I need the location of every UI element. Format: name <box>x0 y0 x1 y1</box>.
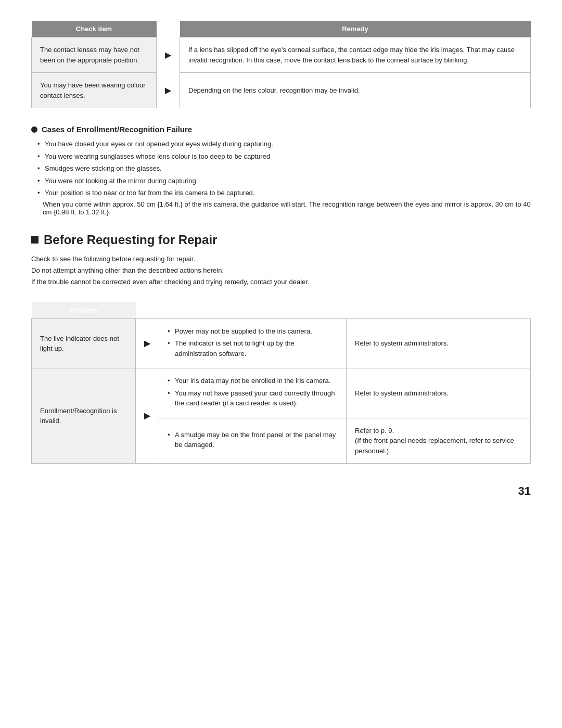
before-desc-line: Do not attempt anything other than the d… <box>31 265 531 276</box>
before-title: Before Requesting for Repair <box>31 233 531 247</box>
top-table-row: The contact lenses may have not been on … <box>32 37 531 73</box>
top-check-cell: The contact lenses may have not been on … <box>32 37 157 73</box>
top-remedy-cell: Depending on the lens colour, recognitio… <box>180 73 531 108</box>
problem-cell: Enrollment/Recognition is invalid. <box>32 368 136 464</box>
cases-list-item: Your position is too near or too far fro… <box>35 188 531 198</box>
cases-sub-text: When you come within approx. 50 cm {1.64… <box>31 200 531 216</box>
check-cell: Power may not be supplied to the iris ca… <box>159 318 347 368</box>
check-cell: A smudge may be on the front panel or th… <box>159 418 347 464</box>
top-arrow-header <box>157 21 180 37</box>
check-item: Your iris data may not be enrolled in th… <box>168 376 338 386</box>
bottom-table-row: Enrollment/Recognition is invalid. ▶ You… <box>32 368 531 418</box>
check-cell: Your iris data may not be enrolled in th… <box>159 368 347 418</box>
problem-cell: The live indicator does not light up. <box>32 318 136 368</box>
top-remedy-cell: If a lens has slipped off the eye's corn… <box>180 37 531 73</box>
cases-section: Cases of Enrollment/Recognition Failure … <box>31 125 531 216</box>
bottom-col3-header: Remedy <box>347 302 531 319</box>
bottom-problem-table: Problem Check item Remedy The live indic… <box>31 302 531 464</box>
bottom-col2-header: Check item <box>159 302 347 319</box>
top-table-row: You may have been wearing colour contact… <box>32 73 531 108</box>
before-desc-line: Check to see the following before reques… <box>31 253 531 265</box>
bottom-arrow-header <box>136 302 159 319</box>
arrow-cell: ▶ <box>136 318 159 368</box>
remedy-cell: Refer to system administrators. <box>347 318 531 368</box>
check-item: The indicator is set not to light up by … <box>168 338 338 359</box>
top-check-cell: You may have been wearing colour contact… <box>32 73 157 108</box>
remedy-cell: Refer to system administrators. <box>347 368 531 418</box>
cases-list-item: You were wearing sunglasses whose lens c… <box>35 151 531 162</box>
check-item: You may not have passed your card correc… <box>168 388 338 408</box>
before-section: Before Requesting for Repair Check to se… <box>31 233 531 288</box>
cases-list: You have closed your eyes or not opened … <box>31 139 531 198</box>
bullet-circle-icon <box>31 126 37 133</box>
top-col1-header: Check item <box>32 21 157 37</box>
cases-title: Cases of Enrollment/Recognition Failure <box>31 125 531 134</box>
square-icon <box>31 236 39 244</box>
remedy-cell: Refer to p. 9.(If the front panel needs … <box>347 418 531 464</box>
cases-list-item: You were not looking at the mirror durin… <box>35 176 531 186</box>
top-check-item-table: Check item Remedy The contact lenses may… <box>31 21 531 108</box>
top-arrow-cell: ▶ <box>157 73 180 108</box>
bottom-col1-header: Problem <box>32 302 136 319</box>
check-item: A smudge may be on the front panel or th… <box>168 430 338 450</box>
before-desc: Check to see the following before reques… <box>31 253 531 288</box>
bottom-table-row: The live indicator does not light up. ▶ … <box>32 318 531 368</box>
arrow-cell: ▶ <box>136 368 159 464</box>
cases-title-text: Cases of Enrollment/Recognition Failure <box>42 125 192 134</box>
cases-list-item: You have closed your eyes or not opened … <box>35 139 531 149</box>
before-desc-line: If the trouble cannot be corrected even … <box>31 276 531 288</box>
top-arrow-cell: ▶ <box>157 37 180 73</box>
cases-list-item: Smudges were sticking on the glasses. <box>35 163 531 174</box>
top-col2-header: Remedy <box>180 21 531 37</box>
page-number: 31 <box>31 484 531 498</box>
before-title-text: Before Requesting for Repair <box>44 233 217 247</box>
check-item: Power may not be supplied to the iris ca… <box>168 326 338 337</box>
